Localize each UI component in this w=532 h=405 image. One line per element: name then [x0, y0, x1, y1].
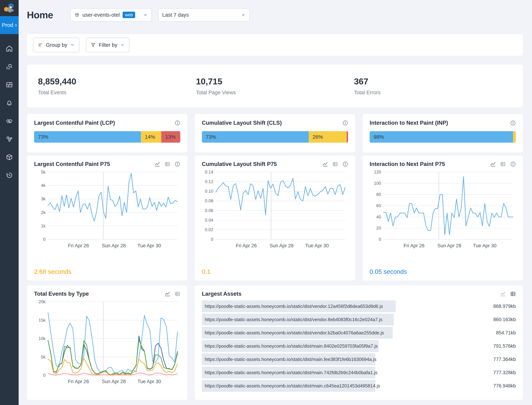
- svg-text:0.14: 0.14: [205, 169, 213, 174]
- asset-url: https://poodle-static-assets.honeycomb.i…: [202, 357, 376, 362]
- line-chart-icon[interactable]: [500, 291, 506, 297]
- sidebar-item-home[interactable]: [0, 40, 19, 58]
- time-range-value: Last 7 days: [162, 12, 189, 18]
- boards-icon: [6, 81, 13, 88]
- svg-text:0: 0: [43, 373, 46, 378]
- vital-segment-label: 26%: [309, 134, 323, 140]
- total-events-by-type-chart[interactable]: 05k10k15k20kFri Apr 26Sun Apr 28Tue Apr …: [34, 298, 180, 386]
- line-chart-icon[interactable]: [155, 161, 160, 167]
- info-icon[interactable]: [342, 161, 348, 167]
- cube-icon: [6, 153, 13, 161]
- filter-by-button[interactable]: Filter by: [86, 38, 130, 52]
- svg-text:Tue Apr 30: Tue Apr 30: [305, 243, 329, 248]
- sidebar-item-query[interactable]: [0, 58, 19, 76]
- svg-text:Fri Apr 26: Fri Apr 26: [236, 243, 257, 248]
- vital-segment: [513, 131, 516, 143]
- asset-row[interactable]: https://poodle-static-assets.honeycomb.i…: [202, 340, 516, 352]
- table-icon[interactable]: [175, 291, 180, 297]
- sidebar-item-alerts[interactable]: [0, 94, 19, 112]
- info-icon[interactable]: [175, 120, 180, 126]
- svg-text:10k: 10k: [39, 336, 46, 341]
- table-icon[interactable]: [510, 291, 516, 297]
- table-icon[interactable]: [164, 161, 170, 167]
- asset-row[interactable]: https://poodle-static-assets.honeycomb.i…: [202, 327, 516, 339]
- svg-text:Sun Apr 28: Sun Apr 28: [102, 379, 126, 384]
- table-icon[interactable]: [332, 161, 338, 167]
- asset-row[interactable]: https://poodle-static-assets.honeycomb.i…: [202, 314, 516, 325]
- svg-text:Tue Apr 30: Tue Apr 30: [137, 243, 161, 248]
- asset-url-cell: https://poodle-static-assets.honeycomb.i…: [202, 327, 485, 339]
- svg-text:120: 120: [374, 169, 381, 174]
- info-icon[interactable]: [342, 120, 348, 126]
- stat-value: 8,859,440: [38, 76, 196, 86]
- honeycomb-logo[interactable]: [0, 0, 19, 16]
- svg-text:Fri Apr 26: Fri Apr 26: [403, 243, 424, 248]
- svg-text:0.10: 0.10: [205, 189, 213, 194]
- info-icon[interactable]: [510, 120, 516, 126]
- info-icon[interactable]: [510, 161, 516, 167]
- sidebar-item-slos[interactable]: [0, 112, 19, 130]
- svg-text:20: 20: [376, 226, 381, 230]
- card-title: Largest Contentful Paint P75: [34, 161, 110, 167]
- chevron-down-icon: [241, 12, 246, 17]
- svg-text:100: 100: [374, 181, 381, 186]
- lcp-vital-card: Largest Contentful Paint (LCP) 73%14%13%: [27, 114, 187, 153]
- group-by-button[interactable]: Group by: [33, 38, 79, 52]
- svg-text:Fri Apr 26: Fri Apr 26: [68, 379, 89, 384]
- time-range-selector[interactable]: Last 7 days: [158, 8, 250, 21]
- line-chart-icon[interactable]: [164, 291, 170, 297]
- svg-text:4k: 4k: [41, 183, 46, 188]
- vital-segment-label: 98%: [370, 134, 384, 140]
- vital-segment-label: 14%: [141, 134, 155, 140]
- app-root: Prod ›: [0, 0, 532, 405]
- card-title: Interaction to Next Paint P75: [370, 161, 445, 167]
- cls-p75-card: Cumulative Layout Shift P75 00.020.040.0…: [195, 155, 355, 281]
- history-icon: [6, 171, 13, 179]
- package-icon: [74, 12, 80, 18]
- asset-row[interactable]: https://poodle-static-assets.honeycomb.i…: [202, 300, 516, 312]
- vital-segment: [347, 131, 348, 143]
- asset-url: https://poodle-static-assets.honeycomb.i…: [202, 304, 383, 309]
- asset-row[interactable]: https://poodle-static-assets.honeycomb.i…: [202, 367, 516, 378]
- group-by-label: Group by: [46, 42, 67, 48]
- svg-text:0.06: 0.06: [205, 208, 213, 213]
- environment-switcher[interactable]: Prod ›: [0, 16, 19, 34]
- vital-segment: 14%: [141, 131, 161, 143]
- p75-charts-row: Largest Contentful Paint P75 01k2k3k4k5k…: [27, 155, 523, 281]
- asset-url-cell: https://poodle-static-assets.honeycomb.i…: [202, 314, 485, 325]
- line-chart-icon[interactable]: [490, 161, 496, 167]
- asset-size: 776.948kb: [485, 383, 516, 389]
- environment-name: Prod: [2, 22, 13, 28]
- svg-text:Sun Apr 28: Sun Apr 28: [270, 243, 293, 248]
- sidebar-item-boards[interactable]: [0, 76, 19, 94]
- card-title: Total Events by Type: [34, 291, 89, 297]
- asset-url: https://poodle-static-assets.honeycomb.i…: [202, 383, 380, 389]
- chevron-down-icon: [70, 43, 75, 47]
- asset-row[interactable]: https://poodle-static-assets.honeycomb.i…: [202, 353, 516, 365]
- sidebar-item-service-map[interactable]: [0, 130, 19, 148]
- lcp-p75-chart[interactable]: 01k2k3k4k5kFri Apr 26Sun Apr 28Tue Apr 3…: [34, 169, 180, 250]
- table-icon[interactable]: [500, 161, 506, 167]
- asset-size: 854.71kb: [485, 330, 516, 336]
- line-chart-icon[interactable]: [322, 161, 328, 167]
- cls-p75-chart[interactable]: 00.020.040.060.080.100.120.14Fri Apr 26S…: [202, 169, 348, 250]
- svg-text:Sun Apr 28: Sun Apr 28: [102, 243, 126, 248]
- inp-p75-card: Interaction to Next Paint P75 0204060801…: [362, 155, 523, 281]
- sidebar-item-history[interactable]: [0, 166, 19, 184]
- page-header: Home user-events-otel web Last 7 days: [19, 0, 532, 30]
- dataset-selector[interactable]: user-events-otel web: [70, 8, 152, 21]
- inp-p75-chart[interactable]: 020406080100120Fri Apr 26Sun Apr 28Tue A…: [370, 169, 516, 250]
- vital-segment-label: 73%: [34, 134, 48, 140]
- asset-row[interactable]: https://poodle-static-assets.honeycomb.i…: [202, 380, 516, 392]
- svg-text:0.02: 0.02: [205, 227, 213, 232]
- total-events-by-type-card: Total Events by Type 05k10k15k20kFri Apr…: [27, 285, 187, 400]
- page-content: Group by Filter by 8,859,440 Total Event…: [19, 30, 532, 405]
- card-title: Largest Contentful Paint (LCP): [34, 120, 115, 126]
- vital-segment: 73%: [34, 131, 141, 143]
- sidebar-item-datasets[interactable]: [0, 148, 19, 166]
- web-vitals-row: Largest Contentful Paint (LCP) 73%14%13%…: [27, 114, 523, 153]
- info-icon[interactable]: [175, 161, 180, 167]
- svg-text:0.08: 0.08: [205, 198, 213, 203]
- svg-text:20k: 20k: [39, 299, 46, 304]
- cls-p75-value: 0.1: [202, 268, 348, 275]
